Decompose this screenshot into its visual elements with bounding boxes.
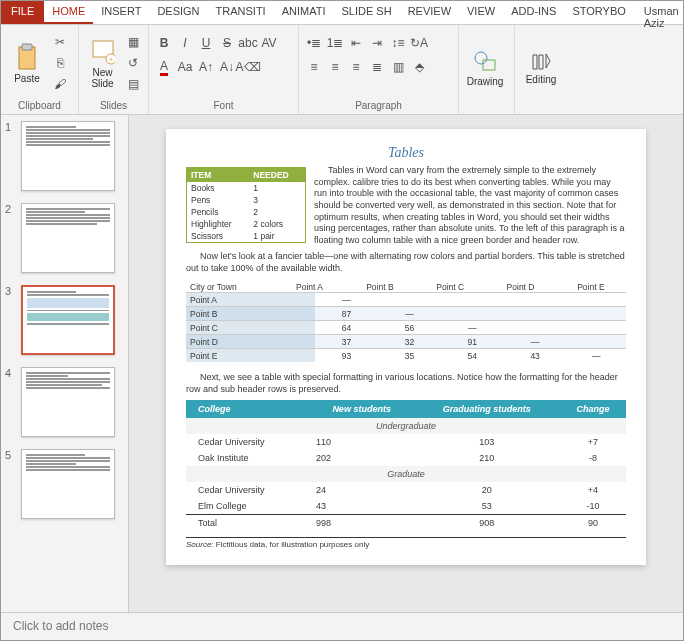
thumbnail-5[interactable]: 5 (5, 449, 124, 519)
clipboard-icon (15, 43, 39, 71)
slide-title: Tables (186, 145, 626, 161)
thumbnail-4[interactable]: 4 (5, 367, 124, 437)
slide-content: Tables ITEMNEEDED Books1 Pens3 Pencils2 … (166, 129, 646, 565)
college-table: CollegeNew studentsGraduating studentsCh… (186, 400, 626, 531)
svg-rect-1 (22, 44, 32, 50)
new-slide-icon: + (91, 37, 115, 65)
section-button[interactable]: ▤ (124, 75, 142, 93)
tab-addins[interactable]: ADD-INS (503, 1, 564, 24)
group-paragraph-label: Paragraph (305, 98, 452, 111)
change-case-button[interactable]: Aa (176, 58, 194, 76)
tab-transitions[interactable]: TRANSITI (208, 1, 274, 24)
align-center-button[interactable]: ≡ (326, 58, 344, 76)
decrease-indent-button[interactable]: ⇤ (347, 34, 365, 52)
tab-bar: FILE HOME INSERT DESIGN TRANSITI ANIMATI… (1, 1, 683, 25)
grow-font-button[interactable]: A↑ (197, 58, 215, 76)
increase-indent-button[interactable]: ⇥ (368, 34, 386, 52)
reset-button[interactable]: ↺ (124, 54, 142, 72)
clear-format-button[interactable]: A⌫ (239, 58, 257, 76)
tab-insert[interactable]: INSERT (93, 1, 149, 24)
drawing-button[interactable]: Drawing (465, 39, 505, 99)
group-slides-label: Slides (85, 98, 142, 111)
svg-rect-6 (483, 60, 495, 70)
paragraph-2: Now let's look at a fancier table—one wi… (186, 251, 626, 274)
fancy-table: Point A— Point B87— Point C6456— Point D… (186, 292, 626, 362)
notes-pane[interactable]: Click to add notes (1, 612, 683, 641)
new-slide-button[interactable]: + New Slide (85, 33, 120, 93)
bullets-button[interactable]: •≣ (305, 34, 323, 52)
group-font-label: Font (155, 98, 292, 111)
text-direction-button[interactable]: ↻A (410, 34, 428, 52)
tab-home[interactable]: HOME (44, 1, 93, 24)
align-right-button[interactable]: ≡ (347, 58, 365, 76)
paste-button[interactable]: Paste (7, 33, 47, 93)
source-note: Source: Fictitious data, for illustratio… (186, 537, 626, 549)
strike-button[interactable]: S (218, 34, 236, 52)
underline-button[interactable]: U (197, 34, 215, 52)
green-table: ITEMNEEDED Books1 Pens3 Pencils2 Highlig… (186, 167, 306, 243)
format-painter-button[interactable]: 🖌 (51, 75, 69, 93)
thumbnail-2[interactable]: 2 (5, 203, 124, 273)
find-icon (531, 52, 551, 72)
shrink-font-button[interactable]: A↓ (218, 58, 236, 76)
fancy-table-header: City or TownPoint APoint BPoint CPoint D… (186, 282, 626, 292)
editing-button[interactable]: Editing (521, 39, 561, 99)
tab-view[interactable]: VIEW (459, 1, 503, 24)
user-name[interactable]: Usman Aziz (634, 1, 684, 24)
smartart-button[interactable]: ⬘ (410, 58, 428, 76)
tab-design[interactable]: DESIGN (149, 1, 207, 24)
cut-button[interactable]: ✂ (51, 33, 69, 51)
tab-animations[interactable]: ANIMATI (274, 1, 334, 24)
shadow-button[interactable]: abc (239, 34, 257, 52)
tab-storyboard[interactable]: STORYBO (564, 1, 633, 24)
copy-button[interactable]: ⎘ (51, 54, 69, 72)
tab-file[interactable]: FILE (1, 1, 44, 24)
bold-button[interactable]: B (155, 34, 173, 52)
font-color-button[interactable]: A (155, 58, 173, 76)
tab-review[interactable]: REVIEW (400, 1, 459, 24)
align-left-button[interactable]: ≡ (305, 58, 323, 76)
svg-point-5 (475, 52, 487, 64)
tab-slideshow[interactable]: SLIDE SH (333, 1, 399, 24)
thumbnail-3[interactable]: 3 (5, 285, 124, 355)
thumbnail-panel: 1 2 3 4 5 (1, 115, 129, 612)
italic-button[interactable]: I (176, 34, 194, 52)
group-clipboard-label: Clipboard (7, 98, 72, 111)
paragraph-3: Next, we see a table with special format… (186, 372, 626, 395)
columns-button[interactable]: ▥ (389, 58, 407, 76)
slide-canvas[interactable]: Tables ITEMNEEDED Books1 Pens3 Pencils2 … (129, 115, 683, 612)
ribbon: Paste ✂ ⎘ 🖌 Clipboard + New Slide ▦ ↺ ▤ … (1, 25, 683, 115)
svg-text:+: + (108, 55, 113, 64)
line-spacing-button[interactable]: ↕≡ (389, 34, 407, 52)
numbering-button[interactable]: 1≣ (326, 34, 344, 52)
justify-button[interactable]: ≣ (368, 58, 386, 76)
spacing-button[interactable]: AV (260, 34, 278, 52)
layout-button[interactable]: ▦ (124, 33, 142, 51)
shapes-icon (473, 50, 497, 74)
thumbnail-1[interactable]: 1 (5, 121, 124, 191)
